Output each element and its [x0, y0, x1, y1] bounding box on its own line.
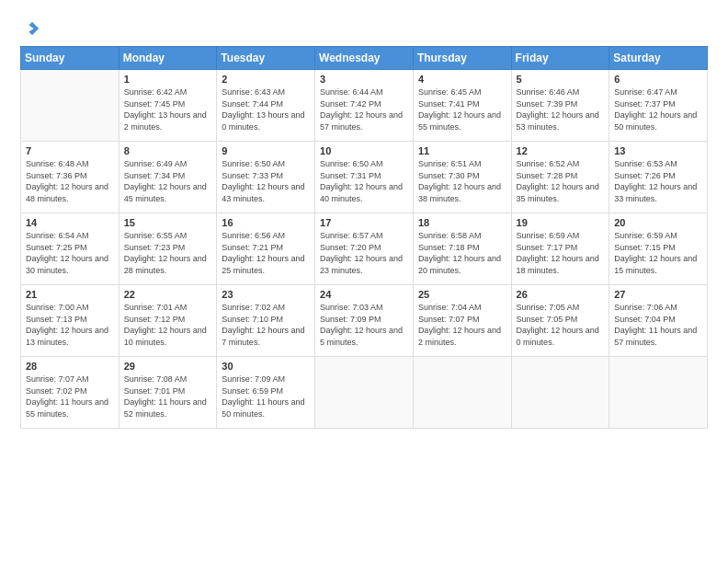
day-cell: 12Sunrise: 6:52 AMSunset: 7:28 PMDayligh… [511, 142, 609, 213]
header-friday: Friday [511, 47, 609, 70]
day-info: Sunrise: 6:59 AMSunset: 7:17 PMDaylight:… [517, 230, 605, 276]
day-cell: 25Sunrise: 7:04 AMSunset: 7:07 PMDayligh… [413, 285, 511, 357]
day-number: 6 [614, 74, 702, 85]
day-number: 30 [222, 361, 310, 372]
day-cell: 14Sunrise: 6:54 AMSunset: 7:25 PMDayligh… [21, 213, 119, 285]
weekday-header-row: Sunday Monday Tuesday Wednesday Thursday… [21, 47, 708, 70]
day-number: 19 [517, 217, 605, 228]
day-info: Sunrise: 7:06 AMSunset: 7:04 PMDaylight:… [614, 302, 702, 348]
day-info: Sunrise: 6:51 AMSunset: 7:30 PMDaylight:… [418, 158, 506, 204]
header-saturday: Saturday [609, 47, 708, 70]
header-wednesday: Wednesday [315, 47, 414, 70]
day-info: Sunrise: 6:42 AMSunset: 7:45 PMDaylight:… [124, 86, 212, 132]
header-sunday: Sunday [21, 47, 119, 70]
day-info: Sunrise: 7:05 AMSunset: 7:05 PMDaylight:… [517, 302, 605, 348]
page: Sunday Monday Tuesday Wednesday Thursday… [0, 0, 728, 563]
logo-icon [24, 20, 40, 37]
day-cell: 11Sunrise: 6:51 AMSunset: 7:30 PMDayligh… [413, 142, 511, 213]
day-number: 27 [614, 289, 702, 300]
day-number: 23 [222, 289, 310, 300]
day-cell: 16Sunrise: 6:56 AMSunset: 7:21 PMDayligh… [217, 213, 315, 285]
week-row-5: 28Sunrise: 7:07 AMSunset: 7:02 PMDayligh… [21, 357, 708, 429]
day-info: Sunrise: 6:55 AMSunset: 7:23 PMDaylight:… [124, 230, 212, 276]
day-number: 7 [26, 145, 114, 156]
day-number: 18 [418, 217, 506, 228]
day-info: Sunrise: 6:43 AMSunset: 7:44 PMDaylight:… [222, 86, 310, 132]
day-info: Sunrise: 7:04 AMSunset: 7:07 PMDaylight:… [418, 302, 506, 348]
day-number: 9 [222, 145, 310, 156]
day-info: Sunrise: 6:54 AMSunset: 7:25 PMDaylight:… [26, 230, 114, 276]
day-cell: 13Sunrise: 6:53 AMSunset: 7:26 PMDayligh… [609, 142, 708, 213]
header-monday: Monday [119, 47, 217, 70]
day-number: 5 [517, 74, 605, 85]
day-number: 21 [26, 289, 114, 300]
day-cell: 26Sunrise: 7:05 AMSunset: 7:05 PMDayligh… [511, 285, 609, 357]
week-row-3: 14Sunrise: 6:54 AMSunset: 7:25 PMDayligh… [21, 213, 708, 285]
day-cell: 21Sunrise: 7:00 AMSunset: 7:13 PMDayligh… [21, 285, 119, 357]
day-cell [315, 357, 414, 429]
day-number: 8 [124, 145, 212, 156]
day-info: Sunrise: 7:07 AMSunset: 7:02 PMDaylight:… [26, 373, 114, 419]
day-number: 10 [320, 145, 408, 156]
day-cell: 2Sunrise: 6:43 AMSunset: 7:44 PMDaylight… [217, 70, 315, 142]
day-info: Sunrise: 6:50 AMSunset: 7:33 PMDaylight:… [222, 158, 310, 204]
day-cell: 19Sunrise: 6:59 AMSunset: 7:17 PMDayligh… [511, 213, 609, 285]
day-number: 20 [614, 217, 702, 228]
day-number: 12 [517, 145, 605, 156]
day-info: Sunrise: 7:01 AMSunset: 7:12 PMDaylight:… [124, 302, 212, 348]
week-row-2: 7Sunrise: 6:48 AMSunset: 7:36 PMDaylight… [21, 142, 708, 213]
day-info: Sunrise: 6:49 AMSunset: 7:34 PMDaylight:… [124, 158, 212, 204]
day-cell: 7Sunrise: 6:48 AMSunset: 7:36 PMDaylight… [21, 142, 119, 213]
day-info: Sunrise: 7:08 AMSunset: 7:01 PMDaylight:… [124, 373, 212, 419]
day-number: 15 [124, 217, 212, 228]
day-cell: 18Sunrise: 6:58 AMSunset: 7:18 PMDayligh… [413, 213, 511, 285]
day-number: 2 [222, 74, 310, 85]
day-number: 25 [418, 289, 506, 300]
day-info: Sunrise: 7:09 AMSunset: 6:59 PMDaylight:… [222, 373, 310, 419]
day-info: Sunrise: 6:47 AMSunset: 7:37 PMDaylight:… [614, 86, 702, 132]
day-number: 13 [614, 145, 702, 156]
day-cell [413, 357, 511, 429]
day-cell: 17Sunrise: 6:57 AMSunset: 7:20 PMDayligh… [315, 213, 414, 285]
day-cell: 15Sunrise: 6:55 AMSunset: 7:23 PMDayligh… [119, 213, 217, 285]
day-info: Sunrise: 7:00 AMSunset: 7:13 PMDaylight:… [26, 302, 114, 348]
day-cell: 30Sunrise: 7:09 AMSunset: 6:59 PMDayligh… [217, 357, 315, 429]
week-row-1: 1Sunrise: 6:42 AMSunset: 7:45 PMDaylight… [21, 70, 708, 142]
day-cell: 24Sunrise: 7:03 AMSunset: 7:09 PMDayligh… [315, 285, 414, 357]
day-cell: 4Sunrise: 6:45 AMSunset: 7:41 PMDaylight… [413, 70, 511, 142]
day-number: 1 [124, 74, 212, 85]
day-cell: 10Sunrise: 6:50 AMSunset: 7:31 PMDayligh… [315, 142, 414, 213]
header-tuesday: Tuesday [217, 47, 315, 70]
logo [20, 20, 40, 37]
day-info: Sunrise: 7:02 AMSunset: 7:10 PMDaylight:… [222, 302, 310, 348]
day-number: 16 [222, 217, 310, 228]
day-number: 3 [320, 74, 408, 85]
header-area [20, 17, 708, 37]
day-number: 4 [418, 74, 506, 85]
day-cell [21, 70, 119, 142]
day-cell: 29Sunrise: 7:08 AMSunset: 7:01 PMDayligh… [119, 357, 217, 429]
day-number: 14 [26, 217, 114, 228]
day-info: Sunrise: 6:52 AMSunset: 7:28 PMDaylight:… [517, 158, 605, 204]
day-cell: 1Sunrise: 6:42 AMSunset: 7:45 PMDaylight… [119, 70, 217, 142]
week-row-4: 21Sunrise: 7:00 AMSunset: 7:13 PMDayligh… [21, 285, 708, 357]
day-info: Sunrise: 6:44 AMSunset: 7:42 PMDaylight:… [320, 86, 408, 132]
day-cell: 5Sunrise: 6:46 AMSunset: 7:39 PMDaylight… [511, 70, 609, 142]
day-cell: 23Sunrise: 7:02 AMSunset: 7:10 PMDayligh… [217, 285, 315, 357]
day-info: Sunrise: 6:45 AMSunset: 7:41 PMDaylight:… [418, 86, 506, 132]
day-cell: 28Sunrise: 7:07 AMSunset: 7:02 PMDayligh… [21, 357, 119, 429]
day-cell [511, 357, 609, 429]
day-cell [609, 357, 708, 429]
day-cell: 9Sunrise: 6:50 AMSunset: 7:33 PMDaylight… [217, 142, 315, 213]
header-thursday: Thursday [413, 47, 511, 70]
day-info: Sunrise: 6:50 AMSunset: 7:31 PMDaylight:… [320, 158, 408, 204]
day-info: Sunrise: 6:57 AMSunset: 7:20 PMDaylight:… [320, 230, 408, 276]
day-number: 11 [418, 145, 506, 156]
day-number: 24 [320, 289, 408, 300]
day-number: 17 [320, 217, 408, 228]
day-cell: 20Sunrise: 6:59 AMSunset: 7:15 PMDayligh… [609, 213, 708, 285]
day-info: Sunrise: 6:58 AMSunset: 7:18 PMDaylight:… [418, 230, 506, 276]
day-info: Sunrise: 7:03 AMSunset: 7:09 PMDaylight:… [320, 302, 408, 348]
calendar-table: Sunday Monday Tuesday Wednesday Thursday… [20, 46, 708, 429]
day-cell: 6Sunrise: 6:47 AMSunset: 7:37 PMDaylight… [609, 70, 708, 142]
